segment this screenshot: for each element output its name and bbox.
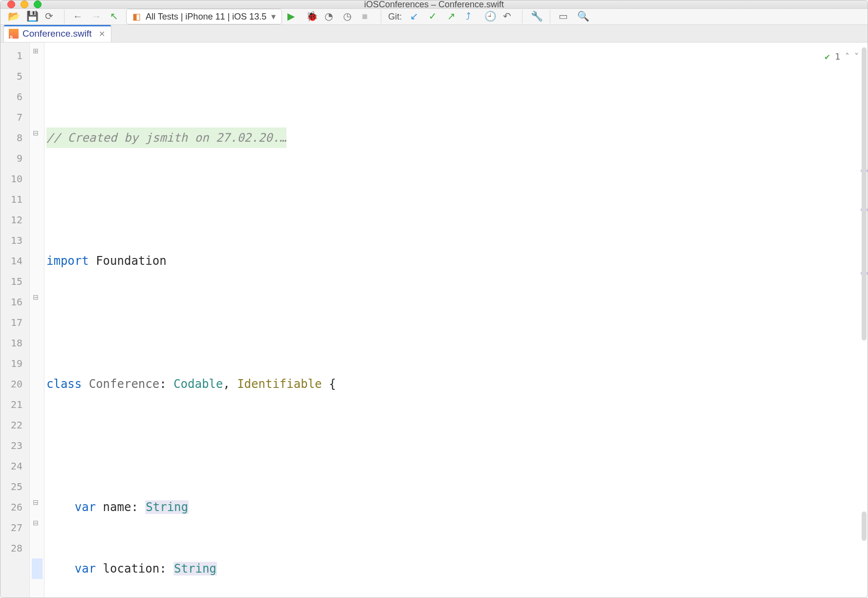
run-config-selector[interactable]: ◧ All Tests | iPhone 11 | iOS 13.5 ▾ — [126, 9, 282, 24]
save-icon[interactable]: 💾 — [24, 9, 40, 24]
line-number-gutter[interactable]: 1567891011121314151617181920212223242526… — [0, 43, 30, 598]
code-type: String — [174, 562, 217, 576]
git-push-icon[interactable]: ↗ — [445, 9, 460, 24]
build-icon: ◧ — [132, 11, 141, 22]
code-text: location: — [103, 562, 174, 576]
fold-collapse-icon[interactable]: ⊟ — [33, 294, 40, 300]
nav-forward-icon[interactable]: → — [89, 9, 105, 24]
code-keyword: var — [46, 562, 103, 576]
line-number[interactable]: 19 — [0, 353, 29, 374]
file-tab[interactable]: Conference.swift ✕ — [3, 25, 111, 42]
line-number[interactable]: 27 — [0, 517, 29, 538]
profile-icon[interactable]: ◷ — [341, 9, 356, 24]
debug-icon[interactable]: 🐞 — [304, 9, 319, 24]
line-number[interactable]: 8 — [0, 128, 29, 148]
line-number[interactable]: 21 — [0, 394, 29, 415]
line-number[interactable]: 28 — [0, 538, 29, 558]
line-number[interactable]: 6 — [0, 86, 29, 107]
minimize-window-button[interactable] — [21, 0, 28, 8]
editor-tabs: Conference.swift ✕ — [0, 25, 868, 43]
line-number[interactable]: 5 — [0, 66, 29, 86]
up-icon[interactable]: ˄ — [845, 46, 849, 67]
rollback-icon[interactable]: ↶ — [500, 9, 516, 24]
settings-icon[interactable]: 🔧 — [528, 9, 544, 24]
line-number[interactable]: 9 — [0, 148, 29, 169]
line-number[interactable]: 16 — [0, 292, 29, 312]
code-text: : — [159, 377, 174, 391]
line-number[interactable]: 14 — [0, 251, 29, 271]
titlebar: iOSConferences – Conference.swift — [0, 0, 868, 9]
window-title: iOSConferences – Conference.swift — [0, 0, 868, 10]
code-text: , — [223, 377, 237, 391]
line-number[interactable]: 12 — [0, 210, 29, 230]
code-text: { — [322, 377, 336, 391]
device-icon[interactable]: ▭ — [556, 9, 572, 24]
separator — [522, 10, 522, 23]
search-icon[interactable]: 🔍 — [575, 9, 590, 24]
line-number[interactable]: 24 — [0, 456, 29, 476]
chevron-down-icon: ▾ — [271, 11, 276, 22]
coverage-icon[interactable]: ◔ — [322, 9, 338, 24]
git-pull-icon[interactable]: ↙ — [408, 9, 423, 24]
separator — [550, 10, 550, 23]
nav-up-icon[interactable]: ↖ — [108, 9, 123, 24]
down-icon[interactable]: ˅ — [854, 46, 859, 67]
line-number[interactable]: 20 — [0, 374, 29, 394]
run-icon[interactable]: ▶ — [285, 9, 301, 24]
code-keyword: import — [46, 254, 89, 268]
git-commit-icon[interactable]: ✓ — [426, 9, 442, 24]
separator — [64, 10, 65, 23]
fold-expand-icon[interactable]: ⊞ — [33, 47, 40, 54]
check-icon: ✔︎ — [825, 46, 830, 67]
code-area[interactable]: // Created by jsmith on 27.02.20.… impor… — [44, 43, 868, 598]
tab-label: Conference.swift — [22, 28, 92, 39]
code-keyword: class — [46, 377, 89, 391]
line-number[interactable]: 22 — [0, 415, 29, 435]
scrollbar-thumb[interactable] — [862, 512, 867, 541]
fold-end-icon: ⊟ — [33, 499, 40, 506]
code-text: name: — [103, 500, 146, 514]
git-update-icon[interactable]: ⤴ — [463, 9, 479, 24]
line-number[interactable]: 25 — [0, 476, 29, 497]
window-controls — [7, 0, 42, 8]
code-comment: // Created by jsmith on 27.02.20.… — [46, 128, 286, 148]
close-tab-icon[interactable]: ✕ — [99, 29, 105, 39]
line-number[interactable]: 11 — [0, 189, 29, 210]
separator — [381, 10, 381, 23]
git-label: Git: — [388, 12, 402, 22]
line-number[interactable]: 17 — [0, 312, 29, 333]
line-number[interactable]: 7 — [0, 107, 29, 128]
line-number[interactable]: 10 — [0, 169, 29, 189]
fold-collapse-icon[interactable]: ⊟ — [33, 129, 40, 136]
code-protocol: Identifiable — [237, 377, 322, 391]
fold-gutter[interactable]: ⊞ ⊟ ⊟ ⊟ ⊟ — [30, 43, 44, 598]
swift-file-icon — [9, 29, 19, 39]
line-number[interactable]: 18 — [0, 333, 29, 353]
line-number[interactable]: 15 — [0, 271, 29, 292]
sync-icon[interactable]: ⟳ — [43, 9, 58, 24]
history-icon[interactable]: 🕘 — [482, 9, 498, 24]
inspection-widget[interactable]: ✔︎ 1 ˄ ˅ — [825, 46, 859, 67]
line-number[interactable]: 13 — [0, 230, 29, 251]
line-number[interactable]: 1 — [0, 45, 29, 66]
close-window-button[interactable] — [7, 0, 15, 8]
main-toolbar: 📂 💾 ⟳ ← → ↖ ◧ All Tests | iPhone 11 | iO… — [0, 9, 868, 25]
breakpoint-marker[interactable] — [32, 558, 43, 579]
code-text: Foundation — [89, 254, 167, 268]
run-config-text: All Tests | iPhone 11 | iOS 13.5 — [146, 12, 266, 22]
code-keyword: var — [46, 500, 103, 514]
nav-back-icon[interactable]: ← — [70, 9, 86, 24]
line-number[interactable]: 26 — [0, 497, 29, 517]
scrollbar-thumb[interactable] — [862, 47, 867, 341]
inspection-count: 1 — [835, 46, 840, 67]
fold-end-icon: ⊟ — [33, 519, 40, 526]
open-icon[interactable]: 📂 — [5, 9, 21, 24]
code-type: Codable — [174, 377, 223, 391]
line-number[interactable]: 23 — [0, 435, 29, 456]
code-type: String — [145, 500, 189, 514]
maximize-window-button[interactable] — [34, 0, 42, 8]
stop-icon[interactable]: ■ — [359, 9, 375, 24]
editor: 1567891011121314151617181920212223242526… — [0, 43, 868, 598]
code-class: Conference — [89, 377, 160, 391]
